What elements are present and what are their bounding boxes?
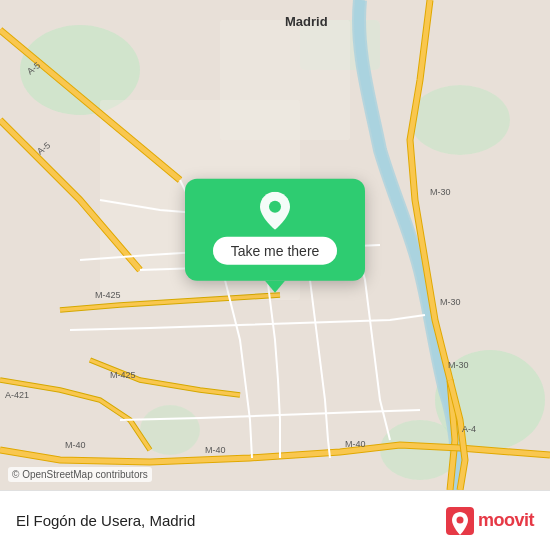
svg-text:M-425: M-425 — [95, 290, 121, 300]
svg-point-2 — [410, 85, 510, 155]
bottom-bar: El Fogón de Usera, Madrid moovit — [0, 490, 550, 550]
place-name: El Fogón de Usera, Madrid — [16, 512, 446, 529]
osm-attribution: © OpenStreetMap contributors — [8, 467, 152, 482]
moovit-logo: moovit — [446, 507, 534, 535]
svg-text:A-421: A-421 — [5, 390, 29, 400]
svg-text:M-425: M-425 — [110, 370, 136, 380]
svg-text:Madrid: Madrid — [285, 14, 328, 29]
svg-point-24 — [456, 516, 463, 523]
svg-text:M-30: M-30 — [448, 360, 469, 370]
svg-text:M-40: M-40 — [345, 439, 366, 449]
svg-text:M-30: M-30 — [430, 187, 451, 197]
svg-text:M-40: M-40 — [65, 440, 86, 450]
popup-card: Take me there — [185, 179, 365, 281]
take-me-there-button[interactable]: Take me there — [213, 237, 338, 265]
svg-point-22 — [269, 201, 281, 213]
svg-text:M-40: M-40 — [205, 445, 226, 455]
location-pin-icon — [257, 193, 293, 229]
map-container: A-5 A-5 M-425 M-425 M-40 M-40 M-40 M-30 … — [0, 0, 550, 490]
moovit-logo-text: moovit — [478, 510, 534, 531]
svg-text:A-4: A-4 — [462, 424, 476, 434]
svg-text:M-30: M-30 — [440, 297, 461, 307]
